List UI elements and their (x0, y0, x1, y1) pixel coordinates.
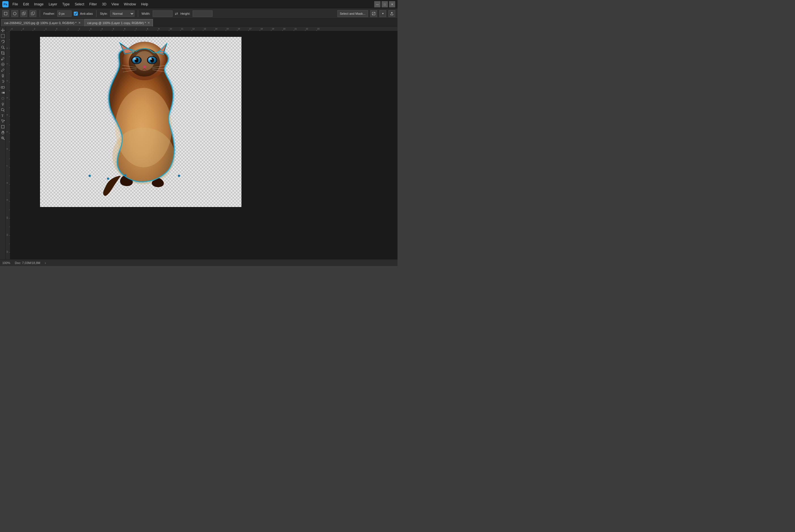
tool-brush[interactable] (0, 68, 5, 73)
tab-cat-jpg-close[interactable]: ✕ (78, 21, 80, 24)
share-button[interactable] (388, 10, 395, 17)
svg-text:8: 8 (6, 182, 8, 184)
svg-text:4: 4 (101, 28, 103, 30)
svg-text:0: 0 (6, 48, 8, 49)
svg-point-15 (2, 74, 4, 76)
tool-blur[interactable] (0, 96, 5, 101)
titlebar: Ps File Edit Image Layer Type Select Fil… (0, 0, 398, 8)
width-input[interactable] (153, 11, 172, 17)
menu-edit[interactable]: Edit (21, 1, 31, 7)
svg-text:-2: -2 (34, 28, 35, 30)
menu-bar: File Edit Image Layer Type Select Filter… (10, 1, 150, 7)
ruler-vertical: 0 1 2 3 4 (6, 31, 10, 259)
tool-eraser[interactable] (0, 84, 5, 90)
svg-rect-10 (1, 34, 4, 38)
tool-zoom[interactable] (0, 136, 5, 141)
menu-filter[interactable]: Filter (87, 1, 99, 7)
menu-type[interactable]: Type (60, 1, 72, 7)
anti-alias-checkbox[interactable] (74, 12, 78, 16)
svg-text:16: 16 (238, 28, 240, 30)
menu-layer[interactable]: Layer (46, 1, 59, 7)
svg-point-11 (1, 46, 4, 48)
svg-text:5: 5 (113, 28, 114, 30)
svg-text:-1: -1 (45, 28, 47, 30)
svg-text:2: 2 (79, 28, 80, 30)
tool-history-brush[interactable] (0, 79, 5, 84)
tool-lasso[interactable] (0, 39, 5, 44)
exchange-icon[interactable]: ⇄ (175, 11, 178, 16)
tool-quick-select[interactable] (0, 45, 5, 50)
tool-hand[interactable] (0, 130, 5, 135)
menu-image[interactable]: Image (32, 1, 46, 7)
svg-rect-16 (1, 87, 4, 88)
svg-text:21: 21 (295, 28, 297, 30)
svg-point-138 (150, 58, 152, 60)
tool-crop[interactable] (0, 51, 5, 56)
tool-gradient[interactable] (0, 90, 5, 95)
rect-marquee-button[interactable] (2, 10, 9, 17)
svg-text:T: T (1, 114, 4, 117)
toolbox: T (0, 27, 6, 259)
svg-text:-3: -3 (22, 28, 24, 30)
tool-stamp[interactable] (0, 73, 5, 78)
ruler-horizontal: -4 -3 -2 -1 0 1 2 3 4 (6, 27, 398, 31)
tool-heal[interactable] (0, 62, 5, 67)
tool-path-select[interactable] (0, 118, 5, 124)
svg-text:1: 1 (68, 28, 69, 30)
tool-eyedropper[interactable] (0, 56, 5, 61)
tool-marquee[interactable] (0, 34, 5, 39)
svg-text:7: 7 (136, 28, 137, 30)
svg-point-20 (2, 103, 4, 104)
menu-window[interactable]: Window (122, 1, 138, 7)
tab-cat-png[interactable]: cat.png @ 100% (Layer 1 copy, RGB/8#) * … (84, 19, 153, 26)
tool-move[interactable] (0, 28, 5, 33)
height-input[interactable] (193, 11, 212, 17)
menu-select[interactable]: Select (72, 1, 86, 7)
svg-text:-4: -4 (11, 28, 13, 30)
tab-cat-jpg-label: cat-2068462_1920.jpg @ 100% (Layer 0, RG… (4, 21, 77, 25)
tool-shape[interactable] (0, 124, 5, 129)
feather-input[interactable] (57, 11, 72, 17)
canvas-with-ruler: 0 1 2 3 4 (6, 31, 398, 259)
svg-line-12 (3, 48, 4, 49)
minimize-button[interactable]: — (374, 1, 381, 7)
svg-rect-5 (32, 12, 35, 14)
svg-text:6: 6 (6, 148, 8, 149)
status-arrow[interactable]: › (45, 261, 46, 265)
close-button[interactable]: ✕ (389, 1, 395, 7)
svg-text:7: 7 (6, 165, 8, 167)
subtract-from-selection-button[interactable] (30, 10, 36, 17)
mask-panel-button[interactable] (370, 10, 377, 17)
style-select[interactable]: Normal Fixed Ratio Fixed Size (110, 11, 134, 17)
tool-pen[interactable] (0, 107, 5, 112)
menu-3d[interactable]: 3D (99, 1, 108, 7)
main-layout: T -4 -3 (0, 27, 398, 259)
svg-text:13: 13 (204, 28, 206, 30)
menu-help[interactable]: Help (139, 1, 150, 7)
svg-text:15: 15 (226, 28, 229, 30)
canvas-viewport[interactable] (10, 31, 398, 259)
height-label: Height: (181, 12, 190, 15)
menu-view[interactable]: View (109, 1, 121, 7)
toolbar-options-button[interactable]: ▾ (380, 10, 386, 17)
tool-text[interactable]: T (0, 113, 5, 118)
separator-3 (138, 10, 138, 17)
svg-text:4: 4 (6, 114, 8, 115)
tab-cat-png-close[interactable]: ✕ (148, 21, 150, 24)
select-and-mask-button[interactable]: Select and Mask... (337, 10, 368, 17)
svg-text:14: 14 (215, 28, 217, 30)
tool-dodge[interactable] (0, 101, 5, 107)
tab-cat-jpg[interactable]: cat-2068462_1920.jpg @ 100% (Layer 0, RG… (1, 19, 84, 26)
svg-point-19 (2, 97, 4, 99)
svg-point-134 (134, 58, 136, 60)
tab-cat-png-label: cat.png @ 100% (Layer 1 copy, RGB/8#) * (87, 21, 146, 25)
ellipse-marquee-button[interactable] (11, 10, 18, 17)
add-to-selection-button[interactable] (20, 10, 27, 17)
menu-file[interactable]: File (10, 1, 20, 7)
maximize-button[interactable]: □ (382, 1, 388, 7)
separator-1 (40, 10, 40, 17)
svg-text:2: 2 (6, 80, 8, 81)
svg-text:1: 1 (6, 63, 8, 64)
window-controls: — □ ✕ (374, 1, 395, 7)
svg-text:12: 12 (192, 28, 195, 30)
